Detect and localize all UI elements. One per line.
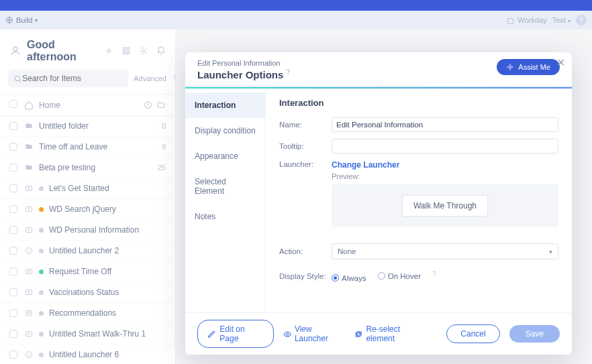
sidenav-interaction[interactable]: Interaction: [185, 93, 265, 118]
help-icon[interactable]: ?: [432, 270, 436, 278]
checkbox[interactable]: [9, 330, 17, 338]
preview-walkme-button[interactable]: Walk Me Through: [402, 195, 488, 217]
assist-me-button[interactable]: Assist Me: [497, 59, 560, 75]
window-accent-bar: [0, 0, 592, 11]
gear-icon[interactable]: [139, 46, 148, 56]
item-label: WD Search jQuery: [49, 204, 166, 214]
radio-on-hover[interactable]: On Hover: [378, 272, 421, 280]
folder-row[interactable]: Untitled folder0: [0, 116, 175, 137]
square-icon: [507, 18, 513, 24]
folder-row[interactable]: Beta pre testing25: [0, 158, 175, 178]
action-label: Action:: [279, 247, 332, 255]
test-tag[interactable]: Test ▾: [552, 16, 571, 24]
checkbox[interactable]: [9, 143, 17, 151]
advanced-link[interactable]: Advanced: [134, 74, 166, 82]
select-all-checkbox[interactable]: [9, 100, 17, 110]
build-menu[interactable]: Build ▾: [5, 16, 38, 24]
clock-icon[interactable]: [144, 101, 152, 109]
svg-rect-14: [26, 290, 32, 295]
home-row[interactable]: Home: [0, 94, 175, 116]
search-input-wrap[interactable]: [8, 70, 128, 87]
svg-point-20: [286, 332, 288, 335]
list-item[interactable]: WD Personal Information: [0, 220, 175, 241]
cancel-button[interactable]: Cancel: [446, 324, 499, 343]
bell-icon[interactable]: [156, 46, 166, 56]
list-item[interactable]: Request Time Off: [0, 261, 175, 282]
sidenav-appearance[interactable]: Appearance: [185, 143, 265, 169]
help-icon[interactable]: ?: [576, 15, 587, 25]
action-select[interactable]: None ▾: [332, 243, 558, 259]
folder-add-icon[interactable]: [156, 101, 166, 109]
grid-icon[interactable]: [121, 46, 131, 56]
change-launcher-link[interactable]: Change Launcher: [332, 160, 399, 170]
sidenav-notes[interactable]: Notes: [185, 204, 265, 229]
svg-rect-10: [26, 207, 32, 212]
modal-breadcrumb: Edit Personal Information: [197, 59, 290, 67]
svg-point-1: [13, 47, 17, 51]
svg-rect-4: [123, 52, 126, 54]
tooltip-input[interactable]: [332, 139, 558, 154]
folder-icon: [24, 122, 34, 130]
chevron-down-icon: ▾: [549, 248, 552, 255]
edit-on-page-button[interactable]: Edit on Page: [197, 320, 274, 348]
radio-icon: [378, 272, 385, 280]
name-input[interactable]: [332, 117, 558, 132]
svg-point-19: [509, 66, 511, 68]
resource-icon: [24, 309, 34, 317]
folder-row[interactable]: Time off and Leave9: [0, 137, 175, 158]
walkthrough-icon: [24, 288, 34, 296]
item-label: Recommendations: [49, 308, 166, 318]
search-input[interactable]: [22, 74, 123, 83]
item-label: WD Personal Information: [49, 225, 166, 235]
view-launcher-button[interactable]: View Launcher: [283, 324, 346, 343]
checkbox[interactable]: [9, 288, 17, 296]
walkthrough-icon: [24, 184, 34, 192]
close-icon[interactable]: ✕: [556, 56, 565, 69]
svg-point-6: [142, 50, 145, 52]
add-icon[interactable]: [104, 46, 113, 56]
list-item[interactable]: WD Search jQuery: [0, 199, 175, 220]
radio-always[interactable]: Always: [332, 274, 366, 282]
chevron-down-icon: ▾: [568, 18, 571, 24]
launcher-label: Launcher:: [279, 160, 332, 168]
checkbox[interactable]: [9, 247, 17, 255]
radio-icon: [332, 274, 339, 282]
list-item[interactable]: Recommendations: [0, 303, 175, 324]
sidenav-display-condition[interactable]: Display condition: [185, 118, 265, 143]
workday-tag[interactable]: Workday: [507, 16, 546, 24]
item-label: Request Time Off: [49, 267, 166, 276]
status-dot: [39, 353, 44, 357]
search-icon: [13, 74, 22, 83]
sparkle-icon: [506, 63, 514, 71]
reselect-element-button[interactable]: Re-select element: [354, 324, 428, 343]
list-item[interactable]: Untitled Smart Walk-Thru 1: [0, 324, 175, 345]
list-item[interactable]: Untitled Launcher 6: [0, 345, 175, 364]
sidenav-selected-element[interactable]: Selected Element: [185, 169, 265, 204]
checkbox[interactable]: [9, 184, 17, 192]
item-label: Vaccinations Status: [49, 288, 166, 297]
modal-title: Launcher Options?: [197, 68, 290, 80]
walkthrough-icon: [24, 330, 34, 338]
checkbox[interactable]: [9, 226, 17, 234]
help-icon[interactable]: ?: [286, 68, 290, 76]
checkbox[interactable]: [9, 122, 17, 130]
list-item[interactable]: Untitled Launcher 2: [0, 241, 175, 261]
save-button[interactable]: Save: [509, 325, 560, 343]
svg-rect-5: [127, 52, 130, 54]
item-label: Untitled Launcher 2: [49, 246, 166, 255]
status-dot: [39, 207, 44, 212]
item-label: Untitled Launcher 6: [49, 350, 166, 359]
checkbox[interactable]: [9, 164, 17, 172]
preview-label: Preview:: [332, 172, 558, 180]
refresh-icon: [354, 330, 362, 339]
status-dot: [39, 332, 44, 337]
checkbox[interactable]: [9, 351, 17, 359]
list-item[interactable]: Let's Get Started: [0, 178, 175, 199]
modal-footer: Edit on Page View Launcher Re-select ele…: [185, 312, 572, 355]
checkbox[interactable]: [9, 309, 17, 317]
checkbox[interactable]: [9, 205, 17, 213]
list-item[interactable]: Vaccinations Status: [0, 282, 175, 303]
sidebar: Good afternoon Advanced Home Untitled fo: [0, 29, 176, 364]
assist-label: Assist Me: [518, 63, 550, 71]
checkbox[interactable]: [9, 267, 17, 276]
